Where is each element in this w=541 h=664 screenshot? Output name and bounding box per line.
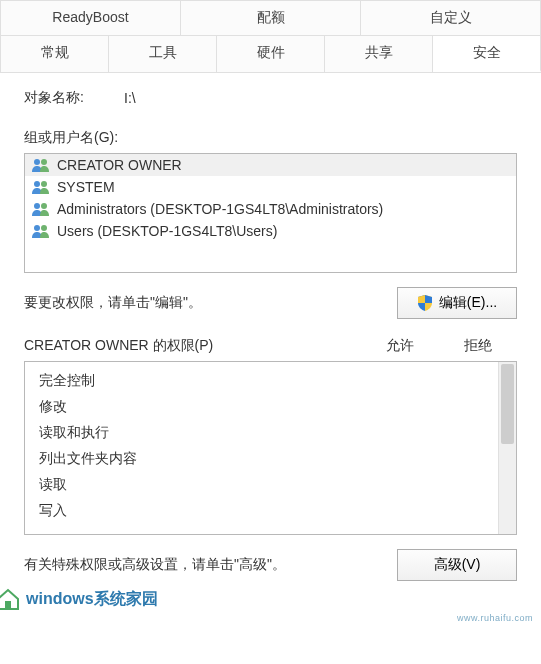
principal-name: SYSTEM	[57, 179, 115, 195]
svg-point-1	[41, 159, 47, 165]
shield-icon	[417, 295, 433, 311]
watermark: windows系统家园 www.ruhaifu.com	[0, 587, 535, 621]
svg-point-7	[41, 225, 47, 231]
permission-name: 修改	[39, 398, 496, 416]
watermark-sub: www.ruhaifu.com	[457, 613, 533, 623]
svg-point-5	[41, 203, 47, 209]
permission-name: 写入	[39, 502, 496, 520]
tab-container: ReadyBoost配额自定义 常规工具硬件共享安全	[0, 0, 541, 73]
principal-item[interactable]: SYSTEM	[25, 176, 516, 198]
tab-常规[interactable]: 常规	[0, 35, 109, 72]
advanced-button-label: 高级(V)	[434, 556, 481, 574]
tab-工具[interactable]: 工具	[109, 35, 217, 72]
object-name-value: I:\	[124, 90, 136, 106]
permission-row: 列出文件夹内容	[39, 446, 496, 472]
tab-自定义[interactable]: 自定义	[361, 0, 541, 35]
principal-name: Administrators (DESKTOP-1GS4LT8\Administ…	[57, 201, 383, 217]
permission-row: 写入	[39, 498, 496, 524]
scrollbar-thumb[interactable]	[501, 364, 514, 444]
tab-共享[interactable]: 共享	[325, 35, 433, 72]
permission-name: 读取	[39, 476, 496, 494]
permission-name: 完全控制	[39, 372, 496, 390]
permissions-header-name: CREATOR OWNER 的权限(P)	[24, 337, 361, 355]
principal-name: CREATOR OWNER	[57, 157, 182, 173]
permissions-header-deny: 拒绝	[439, 337, 517, 355]
groups-label: 组或用户名(G):	[24, 129, 517, 147]
object-name-row: 对象名称: I:\	[24, 89, 517, 107]
principal-item[interactable]: Administrators (DESKTOP-1GS4LT8\Administ…	[25, 198, 516, 220]
permissions-listbox[interactable]: 完全控制修改读取和执行列出文件夹内容读取写入	[24, 361, 517, 535]
tab-硬件[interactable]: 硬件	[217, 35, 325, 72]
scrollbar[interactable]	[498, 362, 516, 534]
edit-button[interactable]: 编辑(E)...	[397, 287, 517, 319]
principal-name: Users (DESKTOP-1GS4LT8\Users)	[57, 223, 277, 239]
users-group-icon	[31, 201, 51, 217]
edit-hint: 要更改权限，请单击"编辑"。	[24, 294, 202, 312]
permission-row: 读取	[39, 472, 496, 498]
watermark-text: windows系统家园	[26, 589, 158, 610]
permission-row: 修改	[39, 394, 496, 420]
permission-name: 读取和执行	[39, 424, 496, 442]
users-group-icon	[31, 157, 51, 173]
tab-row-1: ReadyBoost配额自定义	[0, 0, 541, 35]
svg-point-0	[34, 159, 40, 165]
svg-rect-8	[5, 601, 11, 609]
tab-安全[interactable]: 安全	[433, 35, 541, 72]
advanced-hint: 有关特殊权限或高级设置，请单击"高级"。	[24, 556, 286, 574]
svg-point-4	[34, 203, 40, 209]
principals-listbox[interactable]: CREATOR OWNERSYSTEMAdministrators (DESKT…	[24, 153, 517, 273]
principal-item[interactable]: Users (DESKTOP-1GS4LT8\Users)	[25, 220, 516, 242]
svg-point-2	[34, 181, 40, 187]
advanced-button[interactable]: 高级(V)	[397, 549, 517, 581]
users-group-icon	[31, 179, 51, 195]
object-name-label: 对象名称:	[24, 89, 124, 107]
principal-item[interactable]: CREATOR OWNER	[25, 154, 516, 176]
svg-point-3	[41, 181, 47, 187]
edit-button-label: 编辑(E)...	[439, 294, 497, 312]
tab-ReadyBoost[interactable]: ReadyBoost	[0, 0, 181, 35]
advanced-row: 有关特殊权限或高级设置，请单击"高级"。 高级(V)	[24, 549, 517, 581]
security-panel: 对象名称: I:\ 组或用户名(G): CREATOR OWNERSYSTEMA…	[0, 73, 541, 591]
svg-point-6	[34, 225, 40, 231]
edit-row: 要更改权限，请单击"编辑"。 编辑(E)...	[24, 287, 517, 319]
house-icon	[0, 587, 22, 611]
permission-name: 列出文件夹内容	[39, 450, 496, 468]
permissions-header-allow: 允许	[361, 337, 439, 355]
permission-row: 读取和执行	[39, 420, 496, 446]
permission-row: 完全控制	[39, 368, 496, 394]
tab-row-2: 常规工具硬件共享安全	[0, 35, 541, 72]
permissions-header: CREATOR OWNER 的权限(P) 允许 拒绝	[24, 337, 517, 355]
users-group-icon	[31, 223, 51, 239]
tab-配额[interactable]: 配额	[181, 0, 361, 35]
